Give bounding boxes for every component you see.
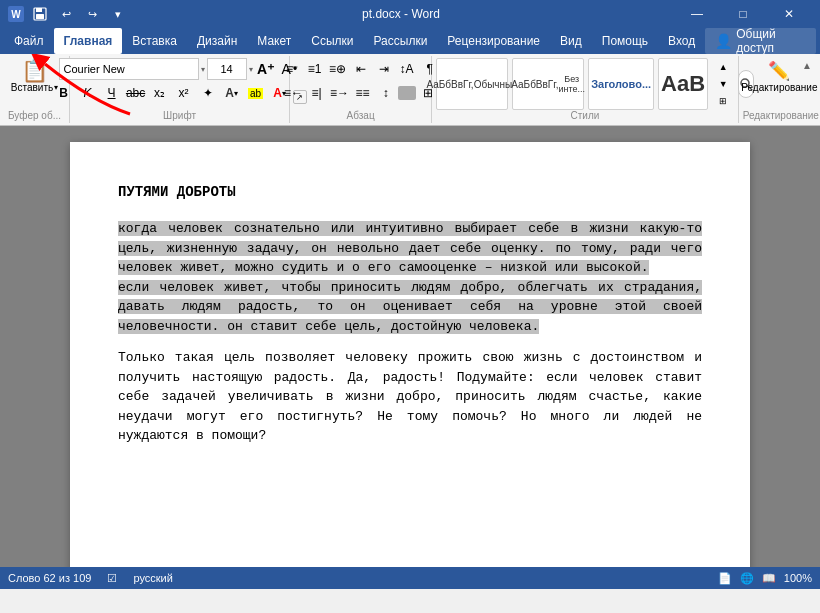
menu-login[interactable]: Вход: [658, 28, 705, 54]
save-button[interactable]: [30, 4, 50, 24]
menu-help[interactable]: Помощь: [592, 28, 658, 54]
menu-mailings[interactable]: Рассылки: [364, 28, 438, 54]
font-dropdown-arrow[interactable]: ▾: [201, 65, 205, 74]
align-left-button[interactable]: ≡←: [283, 82, 305, 104]
strikethrough-button[interactable]: abc: [125, 82, 147, 104]
increase-indent-button[interactable]: ⇥: [373, 58, 395, 80]
font-controls-row1: ▾ ▾ A⁺ A⁻ B K Ч abc x₂ x² ✦ A ▾: [74, 58, 285, 110]
clipboard-label: Буфер об...: [4, 110, 65, 123]
style-normal[interactable]: АаБбВвГг, Обычный: [436, 58, 508, 110]
menu-bar: Файл Главная Вставка Дизайн Макет Ссылки…: [0, 28, 820, 54]
maximize-button[interactable]: □: [720, 0, 766, 28]
bullets-button[interactable]: ≡•: [281, 58, 303, 80]
underline-button[interactable]: Ч: [101, 82, 123, 104]
proofing-icon: ☑: [107, 572, 117, 585]
styles-group-label: Стили: [436, 110, 734, 123]
ribbon: 📋 Вставить ▾ Буфер об... ▾ ▾ A⁺ A⁻: [0, 54, 820, 126]
increase-font-button[interactable]: A⁺: [255, 58, 277, 80]
status-bar-right: 📄 🌐 📖 100%: [718, 572, 812, 585]
window-title: pt.docx - Word: [362, 7, 440, 21]
undo-button[interactable]: ↩: [56, 4, 76, 24]
menu-review[interactable]: Рецензирование: [437, 28, 550, 54]
title-bar-left: W ↩ ↪ ▾: [8, 4, 128, 24]
sort-button[interactable]: ↕A: [396, 58, 418, 80]
title-bar: W ↩ ↪ ▾ pt.docx - Word — □ ✕: [0, 0, 820, 28]
subscript-button[interactable]: x₂: [149, 82, 171, 104]
menu-home[interactable]: Главная: [54, 28, 123, 54]
highlighted-text-1: когда человек сознательно или интуитивно…: [118, 221, 702, 275]
align-center-button[interactable]: ≡|: [306, 82, 328, 104]
ribbon-collapse-button[interactable]: ▲: [798, 56, 816, 74]
editing-group-label: Редактирование: [743, 110, 816, 123]
view-web-button[interactable]: 🌐: [740, 572, 754, 585]
line-spacing-button[interactable]: ↕: [375, 82, 397, 104]
menu-design[interactable]: Дизайн: [187, 28, 247, 54]
paragraph-controls: ≡• ≡1 ≡⊕ ⇤ ⇥ ↕A ¶ ≡← ≡| ≡→ ≡≡ ↕ ⊞: [294, 58, 427, 110]
menu-file[interactable]: Файл: [4, 28, 54, 54]
style-big-a[interactable]: AaB: [658, 58, 708, 110]
svg-rect-1: [36, 8, 42, 12]
zoom-level: 100%: [784, 572, 812, 584]
italic-button[interactable]: K: [77, 82, 99, 104]
style-bez-inte[interactable]: АаБбВвГг, Без инте...: [512, 58, 584, 110]
highlight-button[interactable]: ab: [245, 82, 267, 104]
paragraph-1: когда человек сознательно или интуитивно…: [118, 219, 702, 336]
redo-button[interactable]: ↪: [82, 4, 102, 24]
paragraph-group: ≡• ≡1 ≡⊕ ⇤ ⇥ ↕A ¶ ≡← ≡| ≡→ ≡≡ ↕ ⊞: [290, 56, 432, 123]
share-button[interactable]: 👤 Общий доступ: [705, 28, 816, 54]
minimize-button[interactable]: —: [674, 0, 720, 28]
font-size-input[interactable]: [207, 58, 247, 80]
close-button[interactable]: ✕: [766, 0, 812, 28]
paragraph-group-label: Абзац: [294, 110, 427, 123]
language: русский: [133, 572, 172, 584]
menu-insert[interactable]: Вставка: [122, 28, 187, 54]
font-color-button[interactable]: A ▾: [221, 82, 243, 104]
clear-format-button[interactable]: ✦: [197, 82, 219, 104]
menu-references[interactable]: Ссылки: [301, 28, 363, 54]
word-count: Слово 62 из 109: [8, 572, 91, 584]
paste-label: Вставить: [11, 82, 53, 93]
font-group: ▾ ▾ A⁺ A⁻ B K Ч abc x₂ x² ✦ A ▾: [70, 56, 290, 123]
highlighted-text-2: если человек живет, чтобы приносить людя…: [118, 280, 702, 334]
svg-rect-2: [36, 14, 44, 19]
document-area: ПУТЯМИ ДОБРОТЫ когда человек сознательно…: [0, 126, 820, 567]
decrease-indent-button[interactable]: ⇤: [350, 58, 372, 80]
word-app-icon: W: [8, 6, 24, 22]
customize-button[interactable]: ▾: [108, 4, 128, 24]
justify-button[interactable]: ≡≡: [352, 82, 374, 104]
styles-group: АаБбВвГг, Обычный АаБбВвГг, Без инте... …: [432, 56, 739, 123]
shading-button[interactable]: [398, 86, 416, 100]
align-right-button[interactable]: ≡→: [329, 82, 351, 104]
style-heading[interactable]: Заголово...: [588, 58, 654, 110]
styles-up-button[interactable]: ▲: [712, 58, 734, 75]
window-controls: — □ ✕: [674, 0, 812, 28]
font-group-label: Шрифт: [74, 110, 285, 123]
menu-view[interactable]: Вид: [550, 28, 592, 54]
menu-layout[interactable]: Макет: [247, 28, 301, 54]
styles-content: АаБбВвГг, Обычный АаБбВвГг, Без инте... …: [436, 58, 734, 110]
font-name-input[interactable]: [59, 58, 199, 80]
view-read-button[interactable]: 📖: [762, 572, 776, 585]
paragraph-2: Только такая цель позволяет человеку про…: [118, 348, 702, 446]
multilevel-list-button[interactable]: ≡⊕: [327, 58, 349, 80]
status-bar: Слово 62 из 109 ☑ русский 📄 🌐 📖 100%: [0, 567, 820, 589]
bold-button[interactable]: B: [53, 82, 75, 104]
document-title: ПУТЯМИ ДОБРОТЫ: [118, 182, 702, 203]
ribbon-area: 📋 Вставить ▾ Буфер об... ▾ ▾ A⁺ A⁻: [0, 54, 820, 126]
view-print-button[interactable]: 📄: [718, 572, 732, 585]
superscript-button[interactable]: x²: [173, 82, 195, 104]
document-page: ПУТЯМИ ДОБРОТЫ когда человек сознательно…: [70, 142, 750, 567]
size-dropdown-arrow[interactable]: ▾: [249, 65, 253, 74]
styles-down-button[interactable]: ▼: [712, 75, 734, 92]
styles-expand-button[interactable]: ⊞: [712, 93, 734, 110]
numbered-list-button[interactable]: ≡1: [304, 58, 326, 80]
